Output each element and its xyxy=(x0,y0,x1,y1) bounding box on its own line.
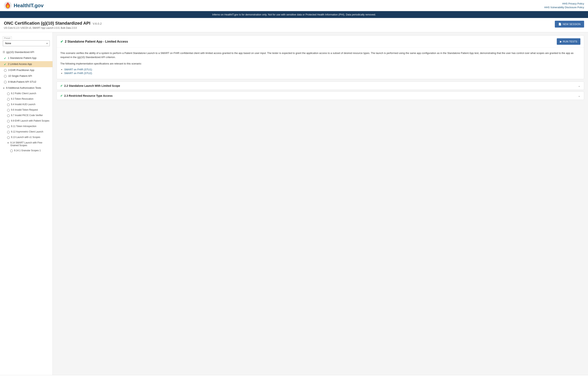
circle-sub-5 xyxy=(7,114,10,117)
sidebar-item-4[interactable]: 10 Single Patient API xyxy=(0,73,52,79)
sub-card-title-2: ✔ 2.3 Restricted Resource Type Access xyxy=(60,94,112,97)
sidebar-item-label-2: 2 Limited Access App xyxy=(8,63,32,66)
sidebar-section-label: (g)(10) Standardized API xyxy=(6,51,34,54)
sidebar-item-label-5: 8 Multi-Patient API STU2 xyxy=(8,80,36,83)
page-version: V.6.0.2 xyxy=(93,22,102,25)
sidebar-sub-item-1[interactable]: 9.2 Public Client Launch xyxy=(0,91,52,96)
sub-card-header-2[interactable]: ✔ 2.3 Restricted Resource Type Access ⌄ xyxy=(57,92,584,100)
main-card-header: ✔ 2 Standalone Patient App - Limited Acc… xyxy=(57,35,584,48)
page-subtitle: US Core 6.1.0 / USCDI v3, SMART App Laun… xyxy=(4,27,102,29)
sidebar-sub-item-11[interactable]: 9.14.1 Granular Scopes 1 xyxy=(0,148,52,154)
sub-card-1: ✔ 2.2 Standalone Launch With Limited Sco… xyxy=(57,81,584,90)
sidebar-item-2[interactable]: ✔ 2 Limited Access App xyxy=(0,61,52,67)
svg-point-4 xyxy=(7,2,9,4)
sidebar-sub-label-11: 9.14.1 Granular Scopes 1 xyxy=(14,149,41,152)
sidebar-sub-label-3: 9.4 Invalid AUD Launch xyxy=(11,103,35,106)
sidebar-sub-label-6: 9.9 EHR Launch with Patient Scopes xyxy=(11,119,49,122)
sidebar-sub-label-1: 9.2 Public Client Launch xyxy=(11,92,36,95)
circle-sub-1 xyxy=(7,92,10,95)
sidebar-sub-label-7: 9.11 Token Introspection xyxy=(11,125,37,128)
main-card-title: ✔ 2 Standalone Patient App - Limited Acc… xyxy=(60,39,128,44)
preset-wrapper[interactable]: None xyxy=(3,40,50,46)
circle-sub-11 xyxy=(10,150,13,152)
new-session-label: NEW SESSION xyxy=(563,23,581,26)
header: HealthIT.gov HHS Privacy Policy HHS Vuln… xyxy=(0,0,588,11)
run-tests-button[interactable]: ▶ RUN TESTS xyxy=(557,38,580,45)
sidebar-sub-item-7[interactable]: 9.11 Token Introspection xyxy=(0,124,52,129)
spec-links-list: SMART on FHIR (STU1) SMART on FHIR (STU2… xyxy=(64,68,580,75)
description-1: This scenario verifies the ability of a … xyxy=(60,51,580,59)
banner-text: Inferno on HealthIT.gov is for demonstra… xyxy=(212,13,376,16)
header-links: HHS Privacy Policy HHS Vulnerability Dis… xyxy=(544,2,584,9)
circle-sub-4 xyxy=(7,109,10,111)
sidebar-item-1[interactable]: ✔ 1 Standalone Patient App xyxy=(0,55,52,61)
privacy-policy-link[interactable]: HHS Privacy Policy xyxy=(562,2,584,5)
sidebar-sub-label-10: 9.14 SMART Launch with Fine-Grained Scop… xyxy=(10,141,50,147)
sidebar-sub-item-4[interactable]: 9.6 Invalid Token Request xyxy=(0,107,52,113)
sidebar-group-label: 9 Additional Authorization Tests xyxy=(6,86,41,89)
sub-card-header-1[interactable]: ✔ 2.2 Standalone Launch With Limited Sco… xyxy=(57,82,584,90)
preset-label: Preset xyxy=(3,36,12,40)
check-icon-main: ✔ xyxy=(60,39,63,44)
sidebar-item-label-1: 1 Standalone Patient App xyxy=(8,56,37,59)
circle-sub-9 xyxy=(7,136,10,139)
main-card-body: This scenario verifies the ability of a … xyxy=(57,48,584,79)
logo-area: HealthIT.gov xyxy=(4,1,43,9)
check-icon-sub1: ✔ xyxy=(60,84,63,87)
healthit-logo-icon xyxy=(4,1,12,9)
collapse-sub-icon: ▼ xyxy=(7,142,9,144)
check-icon-1: ✔ xyxy=(4,57,6,60)
sub-card-title-1: ✔ 2.2 Standalone Launch With Limited Sco… xyxy=(60,84,120,87)
check-icon-sub2: ✔ xyxy=(60,94,63,97)
chevron-down-icon-2: ⌄ xyxy=(578,94,580,97)
circle-icon-4 xyxy=(4,75,7,77)
circle-icon-3 xyxy=(4,69,7,72)
page-title: ONC Certification (g)(10) Standardized A… xyxy=(4,21,102,26)
sidebar-sub-item-5[interactable]: 9.7 Invalid PKCE Code Verifier xyxy=(0,113,52,118)
circle-sub-2 xyxy=(7,98,10,101)
grid-icon: ☷ xyxy=(3,51,5,54)
main-layout: Preset None ☷ (g)(10) Standardized API ✔… xyxy=(0,32,588,375)
run-tests-label: RUN TESTS xyxy=(563,40,577,43)
main-content-card: ✔ 2 Standalone Patient App - Limited Acc… xyxy=(57,35,584,79)
sidebar-sub-label-4: 9.6 Invalid Token Request xyxy=(11,109,38,111)
sidebar-sub-item-10[interactable]: ▼ 9.14 SMART Launch with Fine-Grained Sc… xyxy=(0,140,52,148)
header-title: HealthIT.gov xyxy=(14,2,43,9)
circle-icon-5 xyxy=(4,81,7,83)
sidebar-sub-label-9: 9.13 Launch with v1 Scopes xyxy=(11,136,40,139)
page-header: ONC Certification (g)(10) Standardized A… xyxy=(0,18,588,32)
preset-select[interactable]: None xyxy=(3,40,50,46)
smart-stu2-link[interactable]: SMART on FHIR (STU2) xyxy=(64,72,92,75)
sidebar-sub-item-8[interactable]: 9.12 Asymmetric Client Launch xyxy=(0,129,52,135)
description-2: The following implementation specificati… xyxy=(60,62,580,66)
circle-sub-3 xyxy=(7,103,10,106)
sidebar-sub-label-2: 9.3 Token Revocation xyxy=(11,98,33,100)
sidebar-sub-label-5: 9.7 Invalid PKCE Code Verifier xyxy=(11,114,43,117)
collapse-icon: ▼ xyxy=(3,87,5,89)
chevron-down-icon-1: ⌄ xyxy=(578,84,580,87)
sidebar: Preset None ☷ (g)(10) Standardized API ✔… xyxy=(0,32,53,375)
run-icon: ▶ xyxy=(560,40,562,43)
new-session-button[interactable]: 📄 NEW SESSION xyxy=(555,21,584,28)
sidebar-sub-label-8: 9.12 Asymmetric Client Launch xyxy=(11,130,43,133)
svg-point-3 xyxy=(7,5,9,8)
content-area: ✔ 2 Standalone Patient App - Limited Acc… xyxy=(53,32,588,375)
demo-banner: Inferno on HealthIT.gov is for demonstra… xyxy=(0,11,588,18)
sidebar-sub-item-2[interactable]: 9.3 Token Revocation xyxy=(0,96,52,102)
vulnerability-disclosure-link[interactable]: HHS Vulnerability Disclosure Policy xyxy=(544,6,584,9)
page-title-block: ONC Certification (g)(10) Standardized A… xyxy=(4,21,102,29)
sidebar-item-3[interactable]: 3 EHR Practitioner App xyxy=(0,67,52,73)
check-icon-2: ✔ xyxy=(4,63,6,66)
sidebar-item-label-3: 3 EHR Practitioner App xyxy=(8,69,34,72)
sidebar-section-header[interactable]: ☷ (g)(10) Standardized API xyxy=(0,49,52,55)
smart-stu1-link[interactable]: SMART on FHIR (STU1) xyxy=(64,68,92,71)
circle-sub-6 xyxy=(7,120,10,122)
preset-section: Preset None xyxy=(0,34,52,49)
sidebar-sub-item-6[interactable]: 9.9 EHR Launch with Patient Scopes xyxy=(0,118,52,124)
sidebar-group-header[interactable]: ▼ 9 Additional Authorization Tests xyxy=(0,85,52,91)
sub-card-2: ✔ 2.3 Restricted Resource Type Access ⌄ xyxy=(57,91,584,100)
sidebar-sub-item-9[interactable]: 9.13 Launch with v1 Scopes xyxy=(0,135,52,140)
sidebar-item-5[interactable]: 8 Multi-Patient API STU2 xyxy=(0,79,52,85)
sidebar-sub-item-3[interactable]: 9.4 Invalid AUD Launch xyxy=(0,102,52,107)
circle-sub-7 xyxy=(7,125,10,128)
